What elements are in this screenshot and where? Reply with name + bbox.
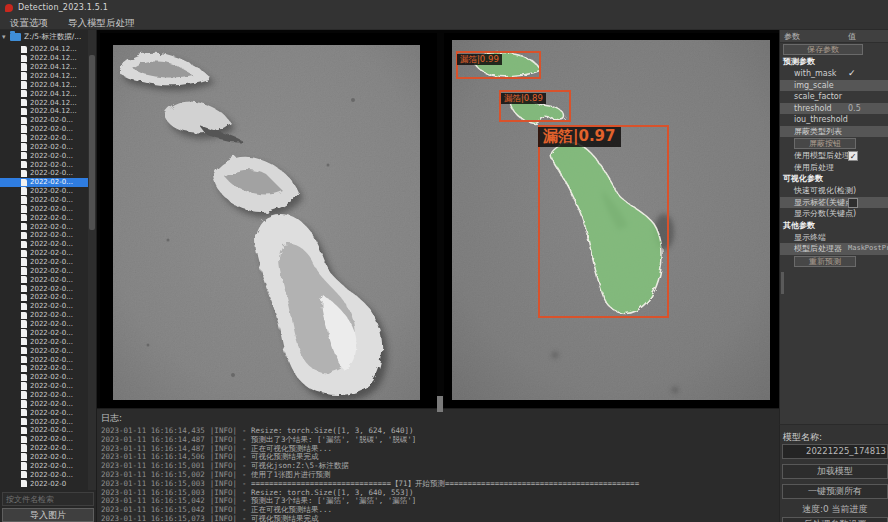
file-item[interactable]: 2022-02-0... (0, 337, 88, 346)
param-row[interactable]: 保存参数 (780, 43, 888, 56)
file-item[interactable]: 2022-02-0... (0, 444, 88, 453)
param-row[interactable]: 显示分数(关键点) (780, 208, 888, 220)
file-item[interactable]: 2022-02-0... (0, 391, 88, 400)
log-panel[interactable]: 日志: 2023-01-11 16:16:14,435|INFO|- Resiz… (97, 408, 779, 522)
load-model-button[interactable]: 加载模型 (782, 464, 888, 479)
prediction-image[interactable]: 漏箔|0.99 漏箔|0.89 漏箔|0.97 (452, 40, 770, 400)
file-item[interactable]: 2022-02-0... (0, 320, 88, 329)
file-item[interactable]: 2022-02-0... (0, 266, 88, 275)
param-row[interactable]: 屏蔽类型列表 (780, 126, 888, 138)
file-item[interactable]: 2022-02-0... (0, 151, 88, 160)
file-item[interactable]: 2022.04.12... (0, 63, 88, 72)
tree-root-folder[interactable]: ▾ Z:/5-标注数据/... (0, 30, 96, 44)
file-item[interactable]: 2022-02-0... (0, 213, 88, 222)
search-input[interactable] (2, 492, 94, 506)
param-button[interactable]: 屏蔽按钮 (794, 138, 856, 149)
file-item[interactable]: 2022-02-0 (0, 479, 88, 488)
file-item[interactable]: 2022-02-0... (0, 426, 88, 435)
file-item[interactable]: 2022-02-0... (0, 160, 88, 169)
file-item[interactable]: 2022-02-0... (0, 293, 88, 302)
detection-box[interactable] (538, 125, 669, 318)
file-item[interactable]: 2022-02-0... (0, 461, 88, 470)
param-value[interactable]: 0.5 (848, 103, 861, 115)
file-item[interactable]: 2022.04.12... (0, 107, 88, 116)
param-row[interactable]: scale_factor (780, 91, 888, 103)
file-item[interactable]: 2022-02-0... (0, 311, 88, 320)
file-item[interactable]: 2022.04.12... (0, 89, 88, 98)
params-scrollbar-thumb[interactable] (781, 272, 784, 294)
file-item[interactable]: 2022-02-0... (0, 417, 88, 426)
menu-item[interactable]: 导入模型后处理 (58, 15, 145, 30)
file-item[interactable]: 2022-02-0... (0, 178, 88, 187)
file-item[interactable]: 2022-02-0... (0, 258, 88, 267)
predict-all-button[interactable]: 一键预测所有 (782, 484, 888, 499)
file-item[interactable]: 2022-02-0... (0, 373, 88, 382)
file-item[interactable]: 2022.04.12... (0, 45, 88, 54)
file-item[interactable]: 2022-02-0... (0, 302, 88, 311)
file-item[interactable]: 2022-02-0... (0, 196, 88, 205)
file-item[interactable]: 2022-02-0... (0, 382, 88, 391)
param-row[interactable]: 重新预测 (780, 255, 888, 268)
param-row[interactable]: threshold 0.5 (780, 103, 888, 115)
file-item[interactable]: 2022-02-0... (0, 169, 88, 178)
parameters-panel: 参数 值 保存参数 预测参数 with_mask ✓ img_scale sca… (779, 30, 888, 424)
file-item[interactable]: 2022-02-0... (0, 222, 88, 231)
model-name-field[interactable]: 20221225_174813 (782, 444, 888, 459)
param-row[interactable]: with_mask ✓ (780, 68, 888, 80)
file-item-label: 2022-02-0... (30, 329, 73, 337)
file-item[interactable]: 2022-02-0... (0, 346, 88, 355)
file-item[interactable]: 2022-02-0... (0, 399, 88, 408)
file-item[interactable]: 2022-02-0... (0, 187, 88, 196)
file-item[interactable]: 2022-02-0... (0, 204, 88, 213)
param-row[interactable]: 屏蔽按钮 (780, 137, 888, 150)
file-item[interactable]: 2022-02-0... (0, 364, 88, 373)
tree-expand-arrow-icon[interactable]: ▾ (2, 33, 10, 41)
import-image-button[interactable]: 导入图片 (2, 508, 94, 522)
file-item[interactable]: 2022.04.12... (0, 80, 88, 89)
param-row[interactable]: 预测参数 (780, 56, 888, 68)
param-button[interactable]: 重新预测 (794, 256, 856, 267)
param-button[interactable]: 保存参数 (783, 44, 863, 55)
file-icon (21, 453, 27, 460)
param-row[interactable]: 可视化参数 (780, 173, 888, 185)
file-item[interactable]: 2022-02-0... (0, 408, 88, 417)
param-row[interactable]: 使用后处理 (780, 162, 888, 174)
param-value[interactable]: ✓ (848, 151, 858, 161)
file-item[interactable]: 2022-02-0... (0, 134, 88, 143)
file-item[interactable]: 2022-02-0... (0, 435, 88, 444)
param-row[interactable]: 使用模型后处理 ✓ (780, 150, 888, 162)
param-row[interactable]: 其他参数 (780, 220, 888, 232)
menu-item[interactable]: 设置选项 (0, 15, 58, 30)
panel-splitter-handle[interactable] (437, 396, 443, 412)
param-row[interactable]: 模型后处理器 MaskPostPro (780, 243, 888, 255)
file-item[interactable]: 2022-02-0... (0, 116, 88, 125)
file-icon (21, 285, 27, 292)
file-item[interactable]: 2022-02-0... (0, 355, 88, 364)
param-row[interactable]: img_scale (780, 80, 888, 92)
file-icon (21, 90, 27, 97)
file-item[interactable]: 2022-02-0... (0, 284, 88, 293)
file-item[interactable]: 2022-02-0... (0, 453, 88, 462)
param-value[interactable]: ✓ (848, 68, 856, 80)
file-list-scrollbar-thumb[interactable] (89, 55, 95, 230)
file-item[interactable]: 2022.04.12... (0, 54, 88, 63)
file-item[interactable]: 2022.04.12... (0, 98, 88, 107)
file-item[interactable]: 2022-02-0... (0, 231, 88, 240)
file-list-scrollbar[interactable] (88, 30, 96, 490)
file-item[interactable]: 2022.04.12... (0, 72, 88, 81)
param-row[interactable]: iou_threshold (780, 114, 888, 126)
file-item[interactable]: 2022-02-0... (0, 125, 88, 134)
param-value[interactable]: MaskPostPro (848, 243, 888, 255)
param-row[interactable]: 显示标签(关键点) (780, 197, 888, 209)
param-row[interactable]: 显示终端 (780, 232, 888, 244)
file-item[interactable]: 2022-02-0... (0, 470, 88, 479)
postprocess-settings-button[interactable]: 后处理参数设置 (782, 517, 888, 522)
original-image[interactable] (113, 45, 420, 400)
param-value[interactable] (848, 198, 858, 208)
file-item[interactable]: 2022-02-0... (0, 329, 88, 338)
param-row[interactable]: 快速可视化(检测) (780, 185, 888, 197)
file-item[interactable]: 2022-02-0... (0, 240, 88, 249)
file-item[interactable]: 2022-02-0... (0, 275, 88, 284)
file-item[interactable]: 2022-02-0... (0, 142, 88, 151)
file-item[interactable]: 2022-02-0... (0, 249, 88, 258)
